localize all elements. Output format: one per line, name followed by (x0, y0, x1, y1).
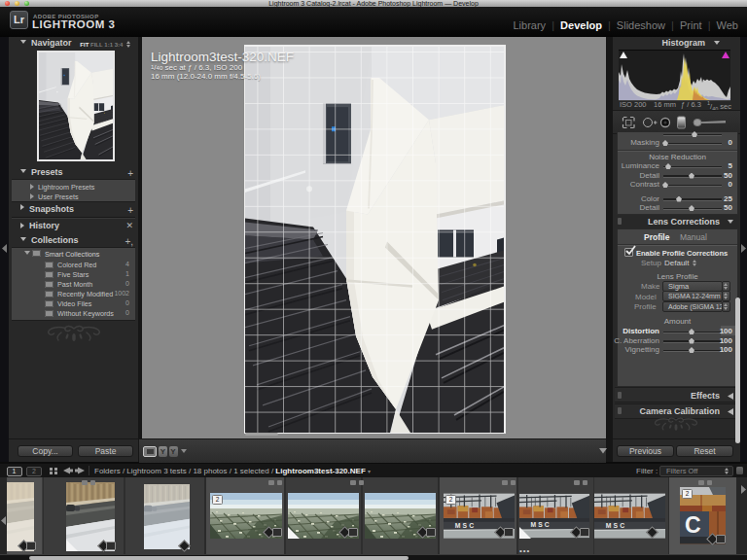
svg-text:C: C (685, 512, 701, 538)
